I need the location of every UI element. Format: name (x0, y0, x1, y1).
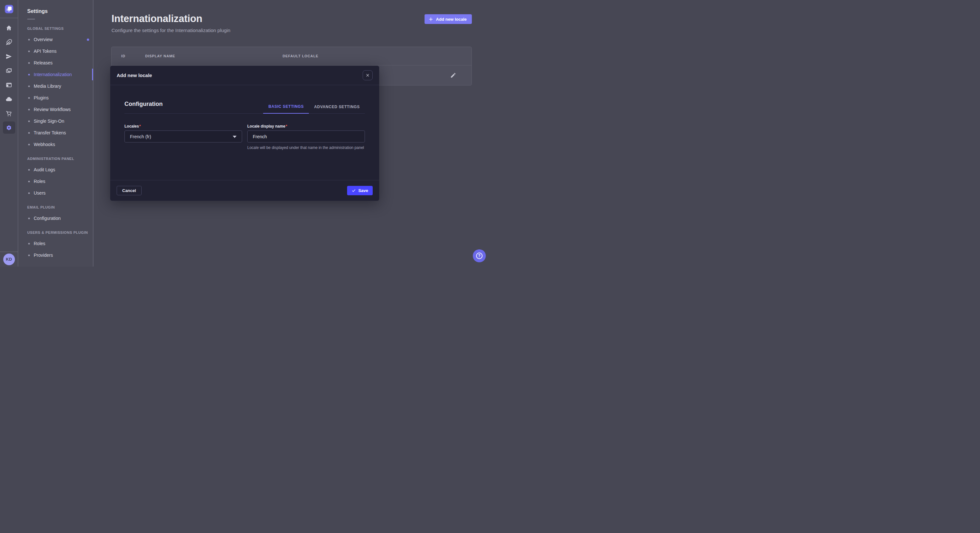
configuration-header: Configuration BASIC SETTINGS ADVANCED SE… (124, 101, 365, 114)
bullet-icon (28, 62, 30, 64)
settings-tabs: BASIC SETTINGS ADVANCED SETTINGS (263, 104, 365, 113)
page-title: Internationalization (111, 13, 202, 25)
sidebar-item-up-roles[interactable]: Roles (18, 238, 93, 249)
active-item-indicator (92, 69, 93, 80)
sidebar-item-media-library[interactable]: Media Library (18, 80, 93, 92)
page-subtitle: Configure the settings for the Internati… (111, 27, 231, 33)
home-icon[interactable] (2, 21, 16, 35)
chevron-down-icon (233, 136, 237, 138)
sidebar-item-transfer-tokens[interactable]: Transfer Tokens (18, 127, 93, 139)
sidebar-item-label: Review Workflows (34, 107, 71, 112)
feather-icon[interactable] (2, 35, 16, 49)
strapi-logo-icon (5, 5, 13, 13)
sidebar-item-label: Media Library (34, 84, 61, 89)
sidebar-item-label: Providers (34, 252, 53, 258)
section-administration-panel: ADMINISTRATION PANEL (18, 157, 93, 160)
check-icon (352, 189, 356, 193)
user-avatar[interactable]: KD (3, 254, 15, 265)
sidebar-item-label: Audit Logs (34, 167, 55, 172)
bullet-icon (28, 217, 30, 219)
sidebar-item-label: Single Sign-On (34, 119, 64, 124)
media-icon[interactable] (2, 63, 16, 78)
strapi-logo[interactable] (5, 5, 13, 13)
locales-select[interactable]: French (fr) (124, 130, 242, 143)
bullet-icon (28, 254, 30, 256)
cancel-button[interactable]: Cancel (117, 186, 142, 195)
tab-advanced-settings[interactable]: ADVANCED SETTINGS (309, 104, 365, 113)
locales-select-value: French (fr) (130, 134, 151, 139)
layout-icon[interactable] (2, 78, 16, 92)
sidebar-item-plugins[interactable]: Plugins (18, 92, 93, 104)
main-nav-rail: KD (0, 0, 18, 266)
sidebar-item-label: Webhooks (34, 142, 55, 147)
paper-plane-icon[interactable] (2, 49, 16, 63)
sidebar-item-label: Internationalization (34, 72, 72, 77)
add-new-locale-button[interactable]: Add new locale (425, 14, 472, 24)
rail-icon-list (0, 18, 18, 135)
help-glyph: ? (478, 254, 480, 258)
sidebar-item-users[interactable]: Users (18, 187, 93, 199)
required-marker: * (285, 124, 287, 128)
avatar-initials: KD (6, 257, 12, 262)
sidebar-item-label: Transfer Tokens (34, 130, 66, 135)
sidebar-item-webhooks[interactable]: Webhooks (18, 139, 93, 150)
modal-header: Add new locale (110, 66, 379, 85)
cart-icon[interactable] (2, 106, 16, 121)
save-button[interactable]: Save (347, 186, 373, 195)
sidebar-item-label: Configuration (34, 216, 60, 221)
add-new-locale-label: Add new locale (436, 17, 467, 22)
bullet-icon (28, 74, 30, 75)
display-name-label: Locale display name* (247, 124, 365, 128)
bullet-icon (28, 144, 30, 145)
configuration-title: Configuration (124, 101, 163, 113)
sidebar-item-internationalization[interactable]: Internationalization (18, 69, 93, 80)
bullet-icon (28, 86, 30, 87)
table-header-row: ID DISPLAY NAME DEFAULT LOCALE (111, 47, 471, 65)
sidebar-item-admin-roles[interactable]: Roles (18, 176, 93, 187)
display-name-hint: Locale will be displayed under that name… (247, 145, 365, 150)
sidebar-item-label: Roles (34, 179, 45, 184)
locales-label: Locales* (124, 124, 242, 128)
settings-sidebar: Settings GLOBAL SETTINGS Overview API To… (18, 0, 93, 266)
sidebar-item-review-workflows[interactable]: Review Workflows (18, 104, 93, 115)
bullet-icon (28, 109, 30, 110)
sidebar-item-providers[interactable]: Providers (18, 249, 93, 261)
bullet-icon (28, 132, 30, 134)
cloud-icon[interactable] (2, 92, 16, 106)
modal-body: Configuration BASIC SETTINGS ADVANCED SE… (110, 85, 379, 150)
pencil-icon (450, 72, 456, 78)
sidebar-item-single-sign-on[interactable]: Single Sign-On (18, 115, 93, 127)
bullet-icon (28, 97, 30, 99)
tab-basic-settings[interactable]: BASIC SETTINGS (263, 104, 309, 114)
sidebar-item-label: API Tokens (34, 49, 57, 54)
add-locale-modal: Add new locale Configuration BASIC SETTI… (110, 66, 379, 201)
locale-display-name-input[interactable] (247, 130, 365, 143)
sidebar-item-audit-logs[interactable]: Audit Logs (18, 164, 93, 176)
sidebar-item-label: Users (34, 190, 46, 195)
gear-icon[interactable] (3, 121, 15, 134)
required-marker: * (139, 124, 141, 128)
modal-title: Add new locale (117, 73, 152, 78)
sidebar-title-divider (27, 19, 35, 19)
rail-user-section: KD (0, 252, 18, 266)
modal-footer: Cancel Save (110, 180, 379, 201)
sidebar-item-api-tokens[interactable]: API Tokens (18, 45, 93, 57)
close-icon (366, 73, 370, 78)
section-global-settings: GLOBAL SETTINGS (18, 27, 93, 30)
help-button[interactable]: ? (473, 249, 486, 262)
bullet-icon (28, 192, 30, 194)
edit-row-button[interactable] (450, 72, 457, 79)
close-modal-button[interactable] (363, 70, 373, 80)
sidebar-item-email-configuration[interactable]: Configuration (18, 213, 93, 224)
bullet-icon (28, 169, 30, 171)
sidebar-item-releases[interactable]: Releases (18, 57, 93, 69)
sidebar-item-label: Releases (34, 60, 52, 65)
plus-icon (428, 17, 433, 22)
bullet-icon (28, 51, 30, 52)
bullet-icon (28, 121, 30, 122)
bullet-icon (28, 39, 30, 40)
save-button-label: Save (358, 188, 368, 193)
section-email-plugin: EMAIL PLUGIN (18, 205, 93, 209)
column-header-display-name: DISPLAY NAME (145, 54, 283, 58)
sidebar-item-overview[interactable]: Overview (18, 34, 93, 45)
